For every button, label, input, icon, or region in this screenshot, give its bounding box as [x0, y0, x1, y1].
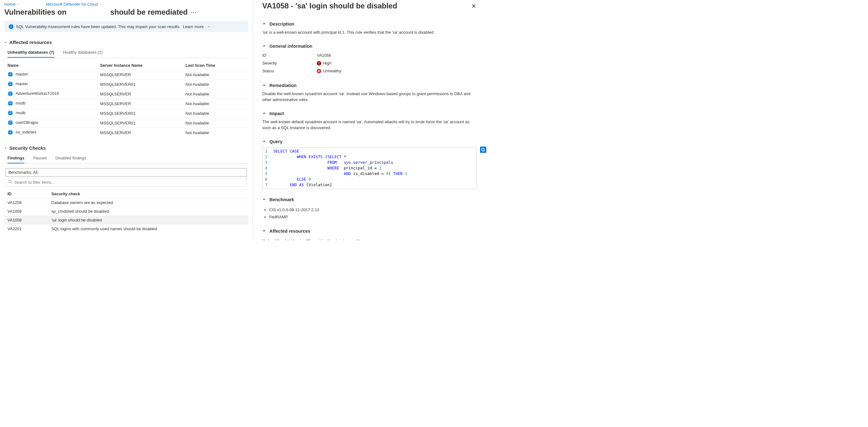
svg-point-24 [9, 180, 11, 183]
tab-healthy-databases[interactable]: Healthy databases (2) [63, 48, 103, 58]
svg-text:SQL: SQL [9, 132, 12, 133]
col-server: Server Instance Name [97, 61, 182, 70]
main-pane: Home › Microsoft Defender for Cloud › Vu… [0, 0, 253, 240]
chevron-up-icon [262, 83, 266, 88]
sql-database-icon: SQL [7, 81, 13, 87]
query-code: 1234567 SELECT CASE WHEN EXISTS (SELECT … [262, 147, 477, 189]
general-info-header[interactable]: General information [262, 42, 477, 50]
affected-tabs: Unhealthy databases (7) Healthy database… [4, 47, 248, 58]
table-row[interactable]: SQLmsdbMSSQLSERVERNot Available [4, 99, 248, 108]
table-row[interactable]: VA1058'sa' login should be disabled [4, 216, 248, 225]
description-text: 'sa' is a well-known account with princi… [262, 28, 477, 37]
table-row[interactable]: VA1059xp_cmdshell should be disabled [4, 207, 248, 216]
sql-database-icon: SQL [7, 110, 13, 116]
value-severity: High [323, 61, 332, 66]
search-filter[interactable] [6, 178, 247, 187]
info-banner: SQL Vulnerability Assessment rules have … [4, 21, 248, 32]
tab-detail-healthy[interactable]: Healthy databases (1) [319, 236, 361, 240]
tab-disabled-findings[interactable]: Disabled findings [56, 154, 87, 163]
copy-icon[interactable] [480, 146, 486, 153]
affected-resources-section: Affected resources Unhealthy databases (… [4, 38, 248, 137]
arrow-right-icon: → [206, 24, 211, 29]
search-input[interactable] [14, 180, 244, 185]
more-icon[interactable]: ⋯ [191, 9, 196, 15]
table-row[interactable]: SQLmsdbMSSQLSERVER01Not Available [4, 108, 248, 118]
close-icon[interactable]: ✕ [471, 1, 477, 11]
svg-text:SQL: SQL [9, 112, 12, 114]
svg-text:SQL: SQL [9, 103, 12, 104]
svg-text:SQL: SQL [9, 84, 12, 85]
query-header[interactable]: Query [262, 138, 477, 145]
table-row[interactable]: SQLmasterMSSQLSERVERNot Available [4, 70, 248, 79]
breadcrumb: Home › Microsoft Defender for Cloud › [0, 0, 252, 7]
sql-database-icon: SQL [7, 101, 13, 106]
col-id: ID [4, 189, 49, 198]
svg-rect-27 [319, 62, 319, 64]
chevron-up-icon [262, 139, 266, 144]
detail-pane: VA1058 - 'sa' login should be disabled ✕… [253, 0, 486, 240]
search-icon [8, 180, 12, 185]
affected-resources-detail-header[interactable]: Affected resources [262, 227, 477, 235]
benchmark-filter[interactable]: Benchmarks: All [6, 168, 247, 176]
chevron-up-icon [262, 44, 266, 48]
sql-database-icon: SQL [7, 120, 13, 126]
value-status: Unhealthy [323, 68, 341, 74]
svg-rect-1 [11, 26, 11, 28]
svg-text:SQL: SQL [9, 74, 12, 75]
chevron-up-icon [4, 40, 7, 44]
chevron-right-icon: › [16, 2, 20, 6]
table-row[interactable]: SQLuserDBrajpoMSSQLSERVER01Not Available [4, 118, 248, 128]
description-header[interactable]: Description [262, 20, 477, 28]
chevron-up-icon [262, 229, 266, 234]
tab-unhealthy-databases[interactable]: Unhealthy databases (7) [7, 48, 54, 58]
col-name: Name [4, 61, 97, 70]
svg-text:SQL: SQL [9, 93, 12, 95]
table-row[interactable]: SQLAdventureWorksLT2019MSSQLSERVERNot Av… [4, 89, 248, 99]
benchmark-header[interactable]: Benchmark [262, 196, 477, 203]
sql-database-icon: SQL [7, 91, 13, 97]
breadcrumb-mdc[interactable]: Microsoft Defender for Cloud [46, 2, 98, 6]
learn-more-link[interactable]: Learn more [183, 24, 204, 29]
page-title-left: Vulnerabilities on [4, 8, 66, 17]
affected-resources-header[interactable]: Affected resources [4, 40, 248, 45]
value-id: VA1058 [317, 53, 331, 59]
severity-high-icon [317, 61, 321, 66]
tab-passed[interactable]: Passed [33, 154, 46, 163]
sql-database-icon: SQL [7, 130, 13, 135]
sql-database-icon: SQL [7, 72, 13, 77]
svg-line-25 [11, 183, 12, 184]
checks-table: ID Security check VA1258Database owners … [4, 189, 248, 233]
page-title-right: should be remediated [110, 8, 188, 17]
impact-header[interactable]: Impact [262, 110, 477, 117]
detail-title: VA1058 - 'sa' login should be disabled [262, 1, 397, 10]
benchmark-list: CIS v1.0.0-08-11-2017:2.13FedRAMP [269, 206, 477, 221]
chevron-up-icon [262, 111, 266, 116]
security-checks-section: Security Checks Findings Passed Disabled… [4, 143, 248, 233]
table-row[interactable]: VA1258Database owners are as expected [4, 198, 248, 207]
info-banner-text: SQL Vulnerability Assessment rules have … [16, 24, 180, 29]
chevron-up-icon [262, 22, 266, 27]
label-severity: Severity [262, 61, 317, 66]
label-status: Status [262, 68, 317, 74]
table-row[interactable]: VA2201SQL logins with commonly used name… [4, 225, 248, 233]
remediation-text: Disable the well-known sysadmin account … [262, 89, 477, 105]
svg-rect-2 [11, 25, 11, 26]
tab-detail-unhealthy[interactable]: Unhealthy databases (1) [262, 236, 311, 240]
detail-affected-tabs: Unhealthy databases (1) Healthy database… [262, 235, 477, 240]
table-row[interactable]: SQLmasterMSSQLSERVER01Not Available [4, 79, 248, 89]
tab-findings[interactable]: Findings [7, 154, 24, 163]
checks-tabs: Findings Passed Disabled findings [4, 153, 248, 164]
impact-text: The well-known default sysadmin account … [262, 117, 477, 133]
remediation-header[interactable]: Remediation [262, 82, 477, 89]
affected-table: Name Server Instance Name Last Scan Time… [4, 61, 248, 137]
chevron-up-icon [262, 197, 266, 202]
chevron-right-icon: › [99, 2, 103, 6]
breadcrumb-home[interactable]: Home [4, 2, 15, 6]
chevron-up-icon [4, 146, 7, 150]
svg-rect-28 [319, 64, 319, 65]
security-checks-header[interactable]: Security Checks [4, 145, 248, 151]
benchmark-item: FedRAMP [269, 214, 477, 221]
table-row[interactable]: SQLno_indexesMSSQLSERVERNot Available [4, 128, 248, 137]
info-icon [9, 24, 13, 29]
benchmark-item: CIS v1.0.0-08-11-2017:2.13 [269, 206, 477, 214]
